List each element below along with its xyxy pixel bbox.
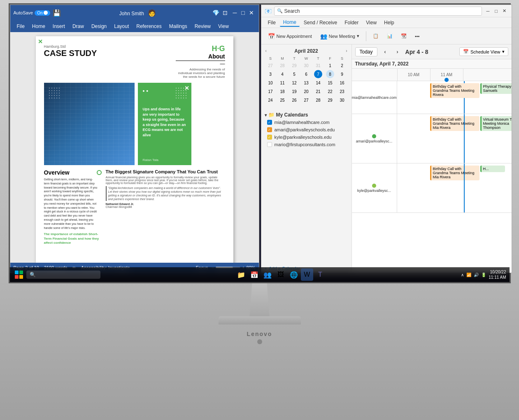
mini-cal-day[interactable]: 18: [278, 87, 286, 96]
ol-menu-send-receive[interactable]: Send / Receive: [300, 19, 340, 26]
schedule-view-btn[interactable]: 📅 Schedule View ▾: [459, 47, 508, 56]
taskbar-calendar-app[interactable]: 📅: [248, 268, 261, 281]
mini-cal-day[interactable]: 6: [302, 70, 310, 78]
menu-file[interactable]: File: [14, 23, 28, 30]
taskbar-photos-app[interactable]: 🖼: [275, 268, 287, 281]
menu-home[interactable]: Home: [29, 23, 49, 30]
virtual-museum-event[interactable]: Virtual Museum Teams Meeting Monica Thom…: [480, 116, 512, 131]
view-day-btn[interactable]: 📋: [370, 32, 382, 40]
calendar-item-kyle[interactable]: ✓ kyle@parkvalleyschools.edu: [265, 133, 348, 141]
mini-cal-day[interactable]: 22: [326, 87, 334, 96]
mini-cal-day[interactable]: 13: [302, 79, 310, 87]
ol-menu-view[interactable]: View: [363, 19, 380, 26]
mini-cal-day[interactable]: 23: [338, 87, 346, 96]
mini-cal-prev[interactable]: ‹: [265, 48, 268, 54]
mini-cal-day[interactable]: 27: [266, 61, 275, 70]
cal-checkbox-mario[interactable]: [267, 142, 272, 147]
mini-cal-day[interactable]: 20: [302, 87, 310, 96]
mini-cal-day[interactable]: 21: [314, 87, 322, 96]
mini-cal-day[interactable]: 28: [314, 96, 322, 104]
mini-cal-today[interactable]: 7: [314, 70, 322, 78]
h-event[interactable]: H...: [480, 166, 505, 172]
start-button[interactable]: [13, 269, 25, 280]
menu-mailings[interactable]: Mailings: [166, 23, 191, 30]
mini-cal-day[interactable]: 9: [338, 70, 346, 78]
mini-cal-day[interactable]: 29: [290, 61, 298, 70]
mini-cal-day[interactable]: 28: [278, 61, 286, 70]
autosave-toggle[interactable]: On: [35, 10, 50, 16]
cal-checkbox-amari[interactable]: ✓: [267, 127, 272, 132]
birthday-event-kyle[interactable]: Birthday Call with Grandma Teams Meeting…: [430, 166, 479, 180]
restore-icon[interactable]: ⊡: [223, 9, 228, 16]
physical-therapy-event[interactable]: Physical Therapy Dr. Samuels: [480, 83, 512, 94]
ol-menu-help[interactable]: Help: [381, 19, 398, 26]
view-month-btn[interactable]: 📆: [398, 32, 410, 40]
mini-cal-day[interactable]: 11: [278, 79, 286, 87]
my-calendars-header[interactable]: ▾ 📁 My Calendars: [265, 111, 348, 119]
taskbar-teams-app-2[interactable]: T: [314, 268, 326, 281]
mini-cal-day[interactable]: 10: [266, 79, 275, 87]
menu-review[interactable]: Review: [191, 23, 214, 30]
mini-cal-day[interactable]: 30: [338, 96, 346, 104]
taskbar-edge-app[interactable]: 🌐: [288, 268, 300, 281]
birthday-event-mia[interactable]: Birthday Call with Grandma Teams Meeting…: [430, 83, 479, 98]
menu-design[interactable]: Design: [88, 23, 110, 30]
menu-draw[interactable]: Draw: [69, 23, 87, 30]
ol-menu-folder[interactable]: Folder: [341, 19, 362, 26]
mini-cal-day[interactable]: 29: [326, 96, 334, 104]
cal-checkbox-mia[interactable]: ✓: [267, 120, 272, 125]
calendar-item-mario[interactable]: mario@firstupconsultants.com: [265, 141, 348, 148]
save-icon[interactable]: 💾: [53, 9, 61, 17]
mini-cal-day[interactable]: 12: [290, 79, 298, 87]
menu-view[interactable]: View: [215, 23, 232, 30]
mini-cal-day[interactable]: 24: [266, 96, 275, 104]
ol-close-btn[interactable]: ✕: [501, 7, 508, 15]
caret-icon[interactable]: ∧: [461, 273, 464, 277]
taskbar-file-explorer[interactable]: 📁: [235, 268, 247, 281]
mini-cal-day[interactable]: 1: [326, 61, 334, 70]
monitor-power-button[interactable]: [257, 339, 262, 344]
mini-cal-day[interactable]: 25: [278, 96, 286, 104]
mini-cal-day[interactable]: 27: [302, 96, 310, 104]
ol-menu-file[interactable]: File: [265, 19, 279, 26]
mini-cal-day[interactable]: 2: [338, 61, 346, 70]
mini-cal-day[interactable]: 26: [290, 96, 298, 104]
mini-cal-next[interactable]: ›: [345, 48, 348, 54]
mini-cal-day[interactable]: 16: [338, 79, 346, 87]
menu-insert[interactable]: Insert: [49, 23, 68, 30]
mini-cal-day[interactable]: 8: [326, 70, 334, 78]
new-meeting-btn[interactable]: 👥 New Meeting ▾: [317, 31, 363, 41]
mini-cal-day[interactable]: 31: [314, 61, 322, 70]
new-appointment-btn[interactable]: 📅 New Appointment: [265, 31, 315, 41]
calendar-item-amari[interactable]: ✓ amari@parkvalleyschools.edu: [265, 126, 348, 133]
cal-prev-btn[interactable]: ‹: [381, 47, 390, 56]
mini-cal-day[interactable]: 17: [266, 87, 275, 96]
mini-cal-day[interactable]: 3: [266, 70, 275, 78]
mini-cal-day[interactable]: 5: [290, 70, 298, 78]
calendar-item-mia[interactable]: ✓ mia@lamnahealthcare.com: [265, 119, 348, 126]
cal-checkbox-kyle[interactable]: ✓: [267, 135, 272, 140]
mini-cal-day[interactable]: 30: [302, 61, 310, 70]
menu-layout[interactable]: Layout: [111, 23, 132, 30]
mini-cal-day[interactable]: 19: [290, 87, 298, 96]
close-button[interactable]: ✕: [247, 9, 256, 17]
search-box[interactable]: 🔍 Search: [274, 7, 482, 16]
ol-minimize-btn[interactable]: ─: [484, 7, 492, 15]
maximize-button[interactable]: □: [239, 9, 247, 17]
taskbar-search[interactable]: 🔍: [26, 271, 100, 279]
minimize-button[interactable]: ─: [231, 9, 239, 17]
view-week-btn[interactable]: 📊: [384, 32, 396, 40]
ol-maximize-btn[interactable]: □: [493, 7, 500, 15]
taskbar-word-app[interactable]: W: [301, 268, 313, 281]
mini-cal-day[interactable]: 14: [314, 79, 322, 87]
mini-cal-day[interactable]: 4: [278, 70, 286, 78]
taskbar-time[interactable]: 10/20/22 11:11 AM: [489, 269, 506, 280]
birthday-event-amari[interactable]: Birthday Call with Grandma Teams Meeting…: [430, 116, 479, 131]
menu-references[interactable]: References: [133, 23, 165, 30]
today-button[interactable]: Today: [355, 47, 377, 56]
mini-cal-day[interactable]: 15: [326, 79, 334, 87]
view-more-btn[interactable]: •••: [412, 32, 423, 40]
meeting-dropdown-icon[interactable]: ▾: [357, 33, 359, 39]
ol-menu-home[interactable]: Home: [280, 19, 300, 27]
taskbar-teams-app[interactable]: 👥: [261, 268, 274, 281]
